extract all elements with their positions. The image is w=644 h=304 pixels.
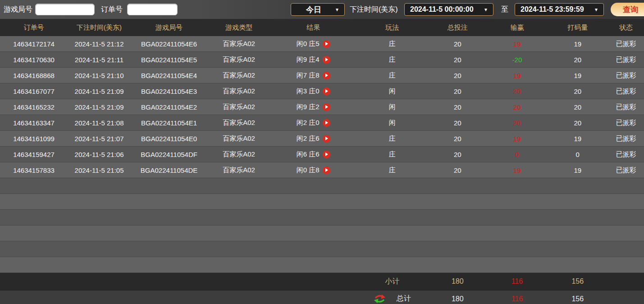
result-text: 闲7 庄8 [297, 71, 320, 80]
date-from-select[interactable]: 2024-11-5 00:00:00 ▼ [404, 3, 493, 16]
cell-order-no: 14634170630 [0, 52, 68, 67]
cell-order-no: 14634157833 [0, 162, 68, 178]
cell-bet-time: 2024-11-5 21:09 [68, 83, 131, 99]
play-icon[interactable] [323, 151, 330, 158]
cell-rolling: 20 [548, 115, 608, 130]
total-rolling: 156 [548, 290, 608, 304]
cell-play: 庄 [356, 131, 428, 146]
cell-bet-time: 2024-11-5 21:05 [68, 162, 131, 178]
subtotal-total-bet: 180 [428, 273, 487, 290]
cell-bet-time: 2024-11-5 21:08 [68, 115, 131, 130]
empty-row [0, 241, 644, 257]
table-row: 146341594272024-11-5 21:06BGA022411054DF… [0, 147, 644, 162]
cell-order-no: 14634163347 [0, 115, 68, 130]
play-icon[interactable] [323, 40, 330, 48]
cell-result: 闲3 庄0 [270, 83, 356, 99]
play-icon[interactable] [323, 119, 330, 127]
chevron-down-icon: ▼ [335, 7, 339, 12]
table-header-row: 订单号下注时间(美东)游戏局号游戏类型结果玩法总投注输赢打码量状态 [0, 19, 644, 36]
play-icon[interactable] [323, 88, 330, 95]
empty-row [0, 226, 644, 241]
result-text: 闲2 庄0 [297, 119, 320, 127]
refresh-icon[interactable] [374, 293, 386, 304]
cell-result: 闲6 庄6 [270, 147, 356, 162]
cell-win-loss: 20 [487, 99, 547, 115]
cell-status: 已派彩 [608, 68, 644, 83]
subtotal-win-loss: 116 [487, 273, 547, 290]
cell-total-bet: 20 [428, 162, 487, 178]
cell-rolling: 19 [548, 162, 608, 178]
cell-result: 闲9 庄4 [270, 52, 356, 67]
result-text: 闲9 庄4 [297, 55, 320, 64]
cell-game-type: 百家乐A02 [207, 147, 270, 162]
play-icon[interactable] [323, 56, 330, 64]
cell-order-no: 14634167077 [0, 83, 68, 99]
subtotal-rolling: 156 [548, 273, 608, 290]
cell-play: 闲 [356, 83, 428, 99]
header-order-no: 订单号 [0, 19, 68, 36]
cell-status: 已派彩 [608, 52, 644, 67]
cell-game-round: BGA022411054E2 [131, 99, 207, 115]
query-button[interactable]: 查询 [611, 3, 644, 16]
date-from-value: 2024-11-5 00:00:00 [410, 5, 474, 14]
table-row: 146341721742024-11-5 21:12BGA022411054E6… [0, 36, 644, 52]
cell-play: 闲 [356, 99, 428, 115]
cell-bet-time: 2024-11-5 21:07 [68, 131, 131, 146]
cell-rolling: 20 [548, 99, 608, 115]
header-win-loss: 输赢 [487, 19, 547, 36]
cell-total-bet: 20 [428, 68, 487, 83]
cell-game-round: BGA022411054DF [131, 147, 207, 162]
empty-row [0, 194, 644, 210]
date-to-value: 2024-11-5 23:59:59 [521, 5, 584, 14]
result-text: 闲0 庄5 [297, 40, 320, 48]
cell-status: 已派彩 [608, 36, 644, 51]
chevron-down-icon: ▼ [594, 7, 598, 12]
cell-game-round: BGA022411054E6 [131, 36, 207, 51]
cell-result: 闲0 庄5 [270, 36, 356, 51]
cell-total-bet: 20 [428, 36, 487, 51]
cell-win-loss: 19 [487, 131, 547, 146]
cell-rolling: 20 [548, 83, 608, 99]
play-icon[interactable] [323, 72, 330, 79]
cell-status: 已派彩 [608, 99, 644, 115]
cell-total-bet: 20 [428, 115, 487, 130]
cell-order-no: 14634168868 [0, 68, 68, 83]
cell-game-type: 百家乐A02 [207, 115, 270, 130]
table-body: 146341721742024-11-5 21:12BGA022411054E6… [0, 36, 644, 273]
total-label: 总计 [397, 294, 411, 304]
result-text: 闲0 庄8 [297, 166, 320, 175]
cell-rolling: 19 [548, 131, 608, 146]
cell-game-round: BGA022411054E4 [131, 68, 207, 83]
game-round-label: 游戏局号 [4, 0, 32, 19]
table-row: 146341670772024-11-5 21:09BGA022411054E3… [0, 83, 644, 99]
cell-total-bet: 20 [428, 147, 487, 162]
play-icon[interactable] [323, 166, 330, 174]
date-to-select[interactable]: 2024-11-5 23:59:59 ▼ [515, 3, 604, 16]
cell-status: 已派彩 [608, 83, 644, 99]
cell-play: 庄 [356, 147, 428, 162]
bet-time-label: 下注时间(美东) [350, 0, 398, 19]
cell-total-bet: 20 [428, 99, 487, 115]
cell-bet-time: 2024-11-5 21:11 [68, 52, 131, 67]
cell-status: 已派彩 [608, 131, 644, 146]
cell-total-bet: 20 [428, 52, 487, 67]
header-rolling: 打码量 [548, 19, 608, 36]
cell-bet-time: 2024-11-5 21:06 [68, 147, 131, 162]
cell-total-bet: 20 [428, 131, 487, 146]
cell-game-round: BGA022411054E0 [131, 131, 207, 146]
empty-row [0, 257, 644, 273]
cell-order-no: 14634165232 [0, 99, 68, 115]
order-no-input[interactable] [127, 4, 178, 15]
play-icon[interactable] [323, 135, 330, 143]
game-round-input[interactable] [35, 4, 95, 15]
header-total-bet: 总投注 [428, 19, 487, 36]
cell-game-type: 百家乐A02 [207, 52, 270, 67]
table-row: 146341610992024-11-5 21:07BGA022411054E0… [0, 131, 644, 147]
cell-play: 闲 [356, 115, 428, 130]
quick-range-select[interactable]: 今日 ▼ [291, 3, 345, 16]
cell-result: 闲2 庄6 [270, 131, 356, 146]
table-row: 146341706302024-11-5 21:11BGA022411054E5… [0, 52, 644, 68]
cell-game-type: 百家乐A02 [207, 99, 270, 115]
play-icon[interactable] [323, 103, 330, 111]
cell-game-type: 百家乐A02 [207, 131, 270, 146]
